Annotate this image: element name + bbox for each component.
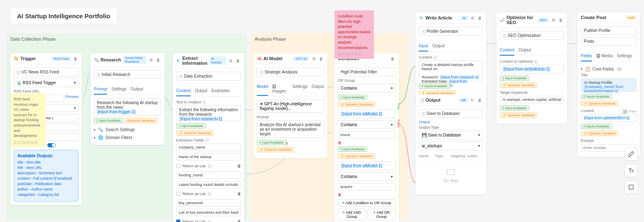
field3-list-cb[interactable]: [176, 220, 180, 222]
node-name-input[interactable]: [581, 26, 637, 35]
db-name[interactable]: Posts: [581, 37, 637, 46]
tab-settings[interactable]: Settings: [293, 82, 307, 96]
node-title: Extract Information: [182, 56, 208, 66]
add-or-button[interactable]: + Add OR Group: [368, 209, 396, 220]
node-extract[interactable]: ⎘ Extract Information AI Extract ⚙🗑 i Da…: [173, 53, 244, 222]
node-create-post[interactable]: Create Post draft Posts Fields 🖼 Media S…: [578, 12, 640, 157]
tab-images[interactable]: 🖼 Images: [272, 82, 288, 96]
tab-model[interactable]: Model: [257, 82, 268, 96]
output-type-select[interactable]: 💾 Save to Database▾: [419, 131, 483, 139]
field2-name[interactable]: [176, 171, 241, 179]
node-name-input[interactable]: i Profile Generator: [419, 27, 483, 36]
preview-link[interactable]: Preview: [65, 95, 79, 102]
expand-domain-filters[interactable]: ▸ 🌐 Domain Filters: [94, 134, 161, 141]
node-name-input[interactable]: i Strategic Analysis: [257, 68, 324, 76]
prompt-input[interactable]: Analyze this AI startup's potential as a…: [257, 120, 324, 138]
tab-fields[interactable]: Fields: [581, 51, 592, 61]
node-research[interactable]: 🔍 Research Sonar Deep Research ⚙🗑 i Init…: [91, 53, 165, 145]
field1-desc[interactable]: [176, 153, 241, 161]
sticky-text: Condition node filters for high-potentia…: [338, 14, 371, 50]
delete-icon[interactable]: 🗑: [235, 58, 241, 63]
delete-icon[interactable]: 🗑: [558, 17, 564, 23]
content-input[interactable]: [Input from optimizeSEO-1]: [581, 114, 637, 122]
node-seo[interactable]: 📈 Optimize for SEO SEO ⚙🗑 i SEO Optimiza…: [497, 12, 567, 124]
expand-search-settings[interactable]: ▸ 🔍 Search Settings: [94, 126, 161, 134]
node-name-input[interactable]: i Save to Database: [419, 109, 483, 118]
trigger-type-select[interactable]: 📡 RSS Feed Trigger▾: [14, 78, 79, 87]
tab-input[interactable]: Input: [419, 41, 428, 51]
tab-content[interactable]: Content: [176, 86, 191, 96]
title-input[interactable]: AI Startup Profile: [{company_name} from…: [581, 78, 637, 92]
tab-output[interactable]: Output: [312, 82, 324, 96]
tab-examples[interactable]: Examples: [211, 86, 230, 96]
delete-icon[interactable]: 🗑: [237, 164, 241, 168]
keywords-input[interactable]: [500, 96, 564, 103]
add-condition-button[interactable]: + Add Condition to OR Group: [338, 199, 396, 207]
sticky-note-yellow[interactable]: RSS feed monitors major VC news sources …: [10, 93, 46, 147]
node-name-input[interactable]: [338, 68, 396, 76]
operator-select[interactable]: Contains▾: [338, 120, 396, 129]
delete-icon[interactable]: 🗑: [477, 15, 483, 21]
delete-condition[interactable]: 🗑: [338, 141, 396, 145]
edit-button[interactable]: [624, 147, 638, 161]
tab-settings[interactable]: Settings: [617, 51, 632, 61]
field1-name[interactable]: [176, 144, 241, 151]
tab-content[interactable]: Content: [500, 45, 514, 56]
tab-media[interactable]: 🖼 Media: [596, 51, 613, 61]
tab-settings[interactable]: Settings: [111, 84, 126, 95]
prompt-input[interactable]: Research the following AI startup from t…: [94, 98, 161, 116]
gear-icon[interactable]: ⚙: [551, 17, 556, 23]
node-name-input[interactable]: i Data Extraction: [176, 72, 241, 81]
tab-output[interactable]: Output: [195, 86, 207, 96]
tab-prompt[interactable]: Prompt: [94, 84, 107, 95]
value-input[interactable]: [338, 183, 396, 190]
node-output[interactable]: 📑 Output DB ↻🗑 i Save to Database Output…: [415, 95, 486, 195]
field3-name[interactable]: [176, 199, 241, 207]
content-input[interactable]: [Input from writeArticle-1]: [500, 65, 564, 73]
ref-input[interactable]: [Input from aiModel-1]: [338, 110, 396, 118]
operator-select[interactable]: Contains▾: [338, 172, 396, 181]
plain-toggle[interactable]: [619, 110, 628, 114]
history-icon[interactable]: ↻: [469, 97, 475, 103]
delete-icon[interactable]: 🗑: [73, 56, 79, 61]
node-name-input[interactable]: i VC News RSS Feed: [14, 68, 79, 76]
ref-input[interactable]: [Input from aiModel-1]: [338, 161, 396, 170]
delete-icon[interactable]: 🗑: [390, 56, 396, 61]
delete-icon[interactable]: 🗑: [477, 97, 483, 103]
node-condition[interactable]: Condition 🗑 OR Group Contains▾ 1 Input A…: [334, 53, 399, 222]
text-button[interactable]: [624, 164, 638, 177]
value-input[interactable]: [338, 131, 396, 139]
delete-condition[interactable]: 🗑: [338, 193, 396, 197]
delete-icon[interactable]: 🗑: [237, 192, 241, 196]
model-select[interactable]: ✦ GPT-4o (High-intelligence flagship mod…: [257, 100, 324, 113]
gear-icon[interactable]: ⚙: [228, 58, 234, 63]
node-name-input[interactable]: i Initial Research: [94, 70, 161, 79]
db-select[interactable]: ai_startups▾: [419, 141, 483, 150]
full-content-toggle[interactable]: [47, 143, 56, 147]
tab-output[interactable]: Output: [432, 41, 445, 51]
field3-desc[interactable]: [176, 209, 241, 216]
sticky-colors[interactable]: [14, 141, 42, 144]
delete-icon[interactable]: 🗑: [237, 220, 241, 222]
field1-list-cb[interactable]: [176, 164, 180, 168]
delete-icon[interactable]: 🗑: [318, 56, 324, 61]
tab-output[interactable]: Output: [519, 45, 531, 56]
add-and-button[interactable]: + Add AND Group: [338, 209, 366, 220]
tab-output[interactable]: Output: [130, 84, 143, 95]
node-write-article[interactable]: ✎ Write Article AI ⚙🗑 i Profile Generato…: [415, 12, 486, 107]
text-input[interactable]: Extract the following information from t…: [176, 105, 241, 121]
node-aimodel[interactable]: 🧠 AI Model GPT-4o ⚙🗑 i Strategic Analysi…: [253, 53, 327, 158]
operator-select[interactable]: Contains▾: [338, 84, 396, 93]
gear-icon[interactable]: ⚙: [469, 15, 475, 21]
sticky-note-pink[interactable]: Condition node filters for high-potentia…: [334, 10, 374, 59]
core-fields-expand[interactable]: ▾ 📋 Core Fields 3: [581, 65, 637, 73]
content-input[interactable]: Create a detailed startup profile based …: [419, 61, 483, 81]
field2-list-cb[interactable]: [176, 192, 180, 196]
delete-icon[interactable]: 🗑: [155, 57, 161, 63]
node-name-input[interactable]: i SEO Optimization: [500, 31, 564, 40]
field2-desc[interactable]: [176, 181, 241, 188]
sticky-colors[interactable]: [338, 53, 371, 56]
shape-button[interactable]: [624, 181, 638, 194]
gear-icon[interactable]: ⚙: [311, 56, 317, 61]
gear-icon[interactable]: ⚙: [148, 57, 154, 63]
